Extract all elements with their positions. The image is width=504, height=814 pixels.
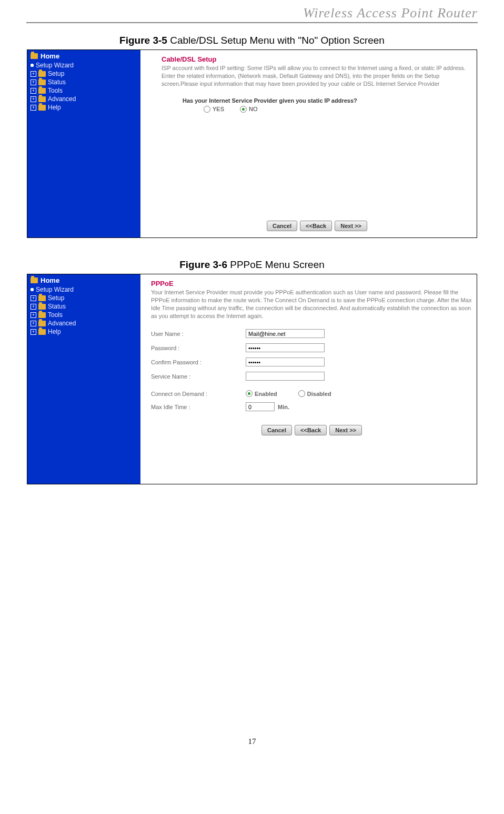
nav-item-label: Setup — [48, 294, 64, 302]
radio-icon — [240, 106, 247, 113]
nav-item-label: Help — [48, 328, 61, 335]
expand-icon: + — [31, 88, 36, 94]
figure-3-5-screenshot: Home Setup Wizard + Setup + Status + Too… — [27, 49, 477, 238]
header-rule — [26, 22, 478, 23]
max-idle-input[interactable] — [246, 402, 275, 411]
folder-icon — [31, 53, 38, 59]
expand-icon: + — [31, 304, 36, 310]
next-button[interactable]: Next >> — [329, 425, 362, 435]
folder-icon — [38, 71, 46, 77]
disabled-label: Disabled — [307, 391, 331, 397]
nav-item-help[interactable]: + Help — [27, 103, 140, 112]
nav-item-label: Setup — [48, 70, 64, 77]
nav-item-tools[interactable]: + Tools — [27, 311, 140, 319]
radio-icon — [246, 390, 253, 397]
nav-home[interactable]: Home — [27, 52, 140, 61]
username-label: User Name : — [151, 331, 246, 337]
folder-icon — [38, 329, 46, 335]
figure-3-5-title: Cable/DSL Setup Menu with "No" Option Sc… — [167, 35, 385, 46]
folder-icon — [38, 105, 46, 111]
username-input[interactable] — [246, 329, 325, 338]
page-number: 17 — [26, 737, 478, 746]
nav-sidebar: Home Setup Wizard + Setup + Status + Too… — [27, 274, 140, 484]
back-button[interactable]: <<Back — [295, 425, 327, 435]
expand-icon: + — [31, 295, 36, 301]
radio-no-label: NO — [249, 106, 258, 112]
nav-item-setup-wizard[interactable]: Setup Wizard — [27, 285, 140, 294]
password-label: Password : — [151, 345, 246, 351]
back-button[interactable]: <<Back — [300, 221, 332, 231]
figure-3-5-label: Figure 3-5 — [119, 35, 167, 46]
expand-icon: + — [31, 71, 36, 77]
nav-item-label: Help — [48, 104, 61, 111]
cancel-button[interactable]: Cancel — [267, 221, 297, 231]
radio-disabled[interactable]: Disabled — [298, 390, 331, 397]
expand-icon: + — [31, 105, 36, 111]
nav-item-label: Tools — [48, 311, 63, 319]
content-pane: PPPoE Your Internet Service Provider mus… — [140, 274, 477, 484]
radio-no[interactable]: NO — [240, 106, 258, 113]
nav-item-label: Advanced — [48, 95, 76, 103]
folder-icon — [38, 80, 46, 85]
nav-item-tools[interactable]: + Tools — [27, 86, 140, 95]
nav-home[interactable]: Home — [27, 276, 140, 285]
bullet-icon — [31, 288, 34, 291]
service-name-label: Service Name : — [151, 373, 246, 380]
next-button[interactable]: Next >> — [335, 221, 367, 231]
folder-icon — [38, 304, 46, 310]
nav-sidebar: Home Setup Wizard + Setup + Status + Too… — [27, 50, 140, 237]
connect-on-demand-label: Connect on Demand : — [151, 391, 246, 397]
expand-icon: + — [31, 80, 36, 85]
folder-icon — [38, 88, 46, 94]
max-idle-label: Max Idle Time : — [151, 404, 246, 410]
confirm-password-label: Confirm Password : — [151, 359, 246, 365]
nav-item-status[interactable]: + Status — [27, 78, 140, 86]
nav-home-label: Home — [41, 276, 59, 284]
figure-3-5-caption: Figure 3-5 Cable/DSL Setup Menu with "No… — [26, 35, 478, 46]
folder-icon — [38, 321, 46, 326]
folder-icon — [31, 277, 38, 283]
service-name-input[interactable] — [246, 372, 325, 381]
nav-item-setup-wizard[interactable]: Setup Wizard — [27, 61, 140, 70]
static-ip-question: Has your Internet Service Provider given… — [183, 97, 472, 104]
radio-enabled[interactable]: Enabled — [246, 390, 277, 397]
nav-item-label: Setup Wizard — [36, 286, 74, 293]
nav-item-advanced[interactable]: + Advanced — [27, 95, 140, 103]
enabled-label: Enabled — [255, 391, 277, 397]
expand-icon: + — [31, 329, 36, 335]
nav-item-label: Status — [48, 303, 66, 310]
min-unit: Min. — [278, 404, 289, 410]
figure-3-6-label: Figure 3-6 — [179, 259, 227, 270]
folder-icon — [38, 295, 46, 301]
content-pane: Cable/DSL Setup ISP account with fixed I… — [140, 50, 477, 237]
radio-icon — [204, 106, 210, 113]
radio-yes-label: YES — [213, 106, 224, 112]
button-bar: Cancel <<Back Next >> — [162, 221, 472, 233]
button-bar: Cancel <<Back Next >> — [151, 425, 472, 438]
nav-item-status[interactable]: + Status — [27, 302, 140, 311]
figure-3-6-screenshot: Home Setup Wizard + Setup + Status + Too… — [27, 274, 477, 484]
nav-item-label: Advanced — [48, 320, 76, 327]
nav-item-setup[interactable]: + Setup — [27, 70, 140, 78]
nav-item-label: Status — [48, 78, 66, 86]
nav-home-label: Home — [41, 52, 59, 60]
cancel-button[interactable]: Cancel — [261, 425, 292, 435]
radio-icon — [298, 390, 305, 397]
nav-item-help[interactable]: + Help — [27, 327, 140, 336]
figure-3-6-caption: Figure 3-6 PPPoE Menu Screen — [26, 259, 478, 271]
nav-item-advanced[interactable]: + Advanced — [27, 319, 140, 327]
folder-icon — [38, 96, 46, 102]
password-input[interactable] — [246, 343, 325, 352]
radio-yes[interactable]: YES — [204, 106, 224, 113]
page-title: Cable/DSL Setup — [162, 55, 472, 63]
nav-item-setup[interactable]: + Setup — [27, 294, 140, 302]
confirm-password-input[interactable] — [246, 358, 325, 366]
page-title: PPPoE — [151, 280, 472, 287]
expand-icon: + — [31, 96, 36, 102]
bullet-icon — [31, 64, 34, 67]
nav-item-label: Setup Wizard — [36, 62, 74, 69]
page-description: Your Internet Service Provider must prov… — [151, 289, 472, 320]
figure-3-6-title: PPPoE Menu Screen — [227, 259, 325, 270]
expand-icon: + — [31, 321, 36, 326]
expand-icon: + — [31, 312, 36, 318]
